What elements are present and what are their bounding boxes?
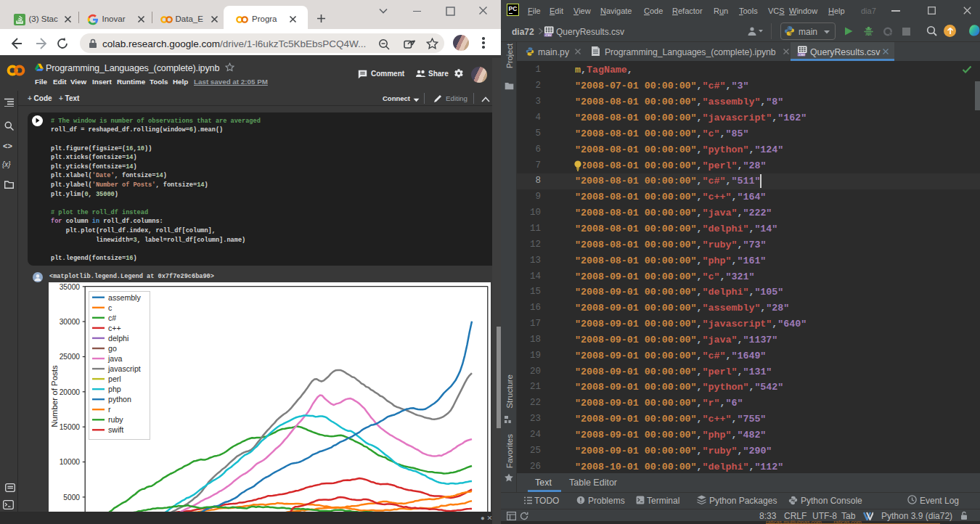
svg-text:python: python [108,395,131,404]
svg-text:5000: 5000 [63,494,80,502]
svg-text:Number of Posts: Number of Posts [50,365,59,427]
svg-text:swift: swift [108,425,123,434]
svg-text:java: java [107,354,123,363]
svg-text:go: go [108,344,117,353]
svg-text:javascript: javascript [107,364,141,373]
svg-text:c: c [108,303,113,312]
svg-text:.CSV: .CSV [798,53,805,57]
svg-text:perl: perl [108,374,121,383]
svg-text:c#: c# [108,314,116,322]
svg-text:15000: 15000 [60,423,81,431]
svg-text:c++: c++ [108,324,121,332]
svg-text:35000: 35000 [60,283,81,291]
svg-text:20000: 20000 [60,388,81,396]
svg-text:assembly: assembly [108,293,141,302]
svg-text:php: php [108,385,121,393]
svg-text:30000: 30000 [60,318,81,326]
svg-text:10000: 10000 [60,458,81,466]
svg-text:delphi: delphi [108,334,128,343]
svg-text:.CSV: .CSV [544,33,552,37]
svg-text:r: r [108,405,111,414]
svg-text:25000: 25000 [60,353,81,361]
svg-text:ruby: ruby [108,415,123,424]
